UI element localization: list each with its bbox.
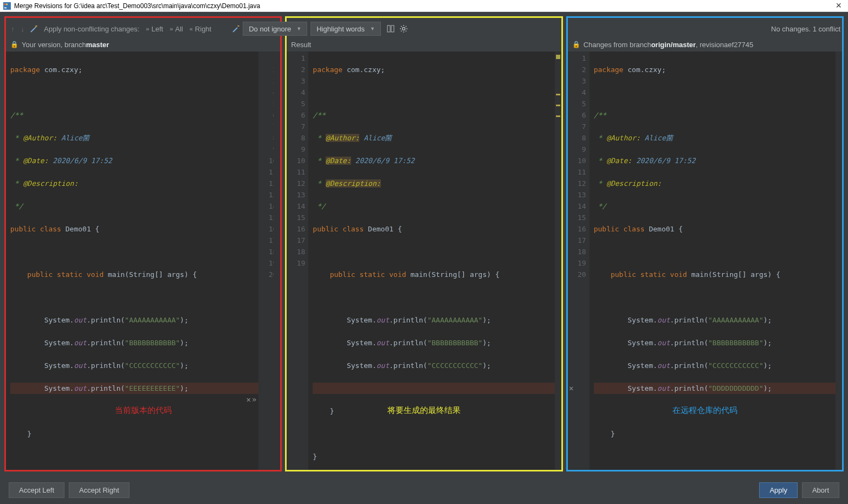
right-editor[interactable]: 1234567891011121314151617181920 package … [568, 51, 842, 470]
apply-left-button[interactable]: »Left [143, 23, 166, 35]
window-title: Merge Revisions for G:\idea arc\Test_Dem… [14, 2, 832, 10]
result-gutter: 12345678910111213141516171819 [287, 51, 308, 470]
svg-rect-2 [4, 3, 6, 5]
accept-change-icon[interactable]: » [252, 394, 256, 405]
lock-icon: 🔒 [572, 41, 580, 48]
merge-status: No changes. 1 conflict [771, 25, 840, 33]
reject-change-icon[interactable]: ✕ [246, 394, 250, 405]
accept-left-button[interactable]: Accept Left [9, 482, 64, 498]
apply-right-button[interactable]: «Right [186, 23, 215, 35]
right-pane: 🔒 Changes from branch origin/master , re… [566, 16, 844, 471]
svg-rect-5 [387, 25, 390, 32]
result-pane: Result 12345678910111213141516171819 pac… [285, 16, 562, 471]
right-code: package com.czxy; /** * @Author: Alice菌 … [590, 51, 842, 470]
svg-point-7 [403, 28, 405, 30]
workspace: ↑ ↓ Apply non-conflicting changes: »Left… [0, 12, 848, 476]
close-icon[interactable]: × [832, 0, 845, 11]
svg-rect-1 [4, 7, 7, 8]
left-code: package com.czxy; /** * @Author: Alice菌 … [6, 51, 258, 470]
magic-wand-icon[interactable] [29, 24, 39, 34]
title-bar: Merge Revisions for G:\idea arc\Test_Dem… [0, 0, 848, 12]
sync-scroll-icon[interactable] [386, 24, 396, 34]
svg-point-4 [35, 27, 36, 28]
left-pane: 🔒 Your version, branch master ✔ package … [4, 16, 282, 471]
svg-rect-3 [6, 3, 8, 5]
result-code: package com.czxy; /** * @Author: Alice菌 … [308, 51, 561, 470]
ignore-dropdown[interactable]: Do not ignore▼ [243, 22, 307, 36]
settings-gear-icon[interactable] [399, 24, 409, 34]
prev-change-button[interactable]: ↑ [8, 23, 18, 35]
right-subheader: 🔒 Changes from branch origin/master , re… [568, 37, 842, 51]
app-icon [3, 2, 11, 10]
abort-button[interactable]: Abort [802, 482, 839, 498]
result-editor[interactable]: 12345678910111213141516171819 package co… [287, 51, 561, 470]
apply-button[interactable]: Apply [759, 482, 798, 498]
svg-rect-6 [391, 25, 394, 32]
merge-toolbar: ↑ ↓ Apply non-conflicting changes: »Left… [8, 20, 840, 38]
left-editor[interactable]: package com.czxy; /** * @Author: Alice菌 … [6, 51, 280, 470]
lock-icon: 🔒 [10, 41, 18, 48]
right-gutter: 1234567891011121314151617181920 [568, 51, 590, 470]
apply-all-button[interactable]: »All [166, 23, 186, 35]
result-subheader: Result [287, 37, 561, 51]
next-change-button[interactable]: ↓ [18, 23, 28, 35]
magic-resolve-icon[interactable] [231, 24, 241, 34]
result-markers [555, 51, 561, 470]
apply-nonconflict-label: Apply non-conflicting changes: [41, 23, 143, 35]
bottom-bar: Accept Left Accept Right Apply Abort [0, 476, 848, 504]
reject-change-icon[interactable]: ✕ [569, 383, 573, 394]
accept-right-button[interactable]: Accept Right [69, 482, 130, 498]
highlight-dropdown[interactable]: Highlight words▼ [310, 22, 381, 36]
svg-rect-0 [3, 2, 11, 10]
left-subheader: 🔒 Your version, branch master [6, 37, 280, 51]
